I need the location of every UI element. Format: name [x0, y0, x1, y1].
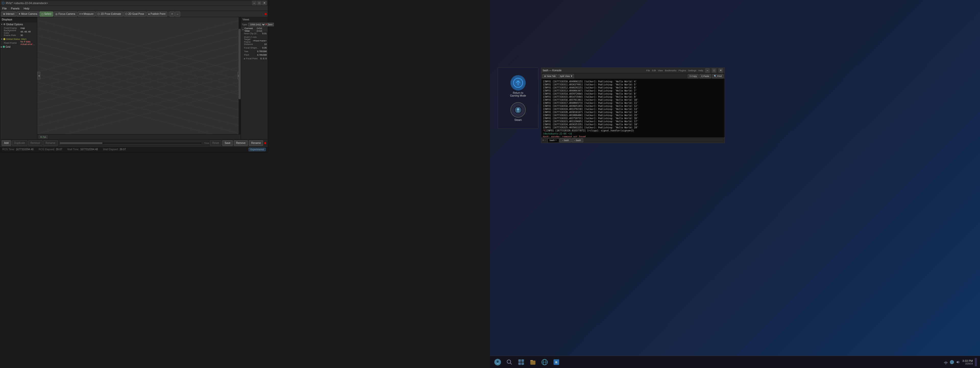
duplicate-button[interactable]: Duplicate	[12, 140, 27, 146]
terminal-close[interactable]: ✕	[718, 68, 723, 73]
term-line-4: [INFO] [1677318313.404006397] [talker]: …	[543, 89, 723, 92]
term-line-8: [INFO] [1677318317.404006573] [talker]: …	[543, 101, 723, 104]
views-close-btn[interactable]: ✕	[265, 23, 267, 26]
return-to-gaming-item[interactable]: Return toGaming Mode	[510, 75, 526, 97]
views-type-select[interactable]: Orbit (rviz)	[248, 23, 266, 26]
remove-button[interactable]: Remove	[28, 140, 42, 146]
viewport-canvas[interactable]: ◀ ▶	[37, 17, 241, 134]
viewport-area[interactable]: ◀ ▶ 31 fps	[37, 17, 241, 139]
taskbar-steam-icon[interactable]	[492, 357, 503, 368]
tab-close-1[interactable]: ✕	[555, 139, 557, 141]
pose-estimate-button[interactable]: ⬡ 2D Pose Estimate	[96, 11, 123, 17]
ros-elapsed-value: 39.07	[56, 148, 62, 151]
remove-display-button[interactable]: –	[175, 11, 180, 17]
split-view-button[interactable]: Split View ▼	[558, 74, 574, 78]
taskbar-time-display: 3:33 PM 2/25/23	[963, 359, 973, 365]
terminal-menu-edit[interactable]: Edit	[652, 69, 656, 72]
menu-file[interactable]: File	[0, 6, 9, 11]
views-current-header[interactable]: ▼ Current View Orbit (rviz)	[241, 27, 268, 32]
tab-bash-2-label: – bash	[562, 139, 569, 142]
terminal-menu-view[interactable]: View	[658, 69, 663, 72]
measure-button[interactable]: ⟷ Measure	[78, 11, 95, 17]
taskbar-files-icon[interactable]	[527, 357, 538, 368]
term-line-11: [INFO] [1677318320.403818167] [talker]: …	[543, 110, 723, 114]
term-line-15: [INFO] [1677318324.403635335] [talker]: …	[543, 123, 723, 126]
target-frame-prop: Target Frame <Fixed Frame>	[241, 39, 268, 42]
minimize-button[interactable]: –	[252, 1, 256, 5]
viewport-scrollbar[interactable]	[239, 17, 241, 134]
terminal-menu-bookmarks[interactable]: Bookmarks	[665, 69, 676, 72]
toolbar-separator	[168, 12, 169, 16]
terminal-menu-settings[interactable]: Settings	[688, 69, 697, 72]
views-header: Views	[241, 17, 268, 22]
taskbar-time: 3:33 PM	[963, 359, 973, 362]
tab-bash-1[interactable]: bash ✕	[547, 138, 559, 142]
terminal-minimize[interactable]: –	[705, 68, 710, 73]
terminal-content[interactable]: [INFO] [1677318310.404008115] [talker]: …	[541, 79, 724, 137]
term-line-12: [INFO] [1677318321.403088480] [talker]: …	[543, 114, 723, 117]
grid-label: Grid	[6, 45, 11, 48]
menu-help[interactable]: Help	[21, 6, 32, 11]
remove2-button[interactable]: Remove	[234, 140, 248, 146]
terminal-menu-help[interactable]: Help	[698, 69, 703, 72]
steam-item[interactable]: Steam	[511, 102, 526, 122]
displays-panel: Displays ▼ ⚙ Global Options Fixed Frame …	[0, 17, 37, 139]
maximize-button[interactable]: □	[257, 1, 262, 5]
add-button[interactable]: Add	[2, 140, 11, 146]
wall-time-item: Wall Time: 1677310394.48	[67, 148, 98, 151]
ros-elapsed-label: ROS Elapsed:	[38, 148, 55, 151]
terminal-menu-plugins[interactable]: Plugins	[678, 69, 686, 72]
tab-bash-3[interactable]: – bash	[572, 138, 583, 142]
select-button[interactable]: ◻ Select	[40, 11, 53, 17]
ros-time-value: 1677310394.48	[16, 148, 34, 151]
taskbar-rviz-icon[interactable]: R	[551, 357, 562, 368]
near-clip-prop: Near Clip Di... 0.01	[241, 32, 268, 35]
move-camera-button[interactable]: ✦ Move Camera	[17, 11, 39, 17]
interact-button[interactable]: ⊕ ⊕ Interact Interact	[1, 11, 16, 17]
rename-button[interactable]: Rename	[43, 140, 58, 146]
window-title: RViz* <ubuntu-22-04.steamdeck>	[6, 2, 48, 5]
svg-rect-31	[522, 362, 524, 365]
publish-point-button[interactable]: ● Publish Point	[146, 11, 167, 17]
desktop-area: Return toGaming Mode Steam bash — Konsol…	[490, 0, 980, 356]
tab-bash-2[interactable]: – bash	[560, 138, 571, 142]
svg-point-23	[517, 108, 519, 110]
views-zero-button[interactable]: Zero	[266, 23, 274, 26]
frame-rate-value: 30	[21, 34, 23, 37]
return-gaming-icon	[511, 75, 526, 90]
system-tray	[943, 360, 960, 365]
taskbar-widgets-icon[interactable]	[515, 357, 527, 368]
left-handle[interactable]: ◀	[37, 72, 40, 80]
taskbar-browser-icon[interactable]	[539, 357, 550, 368]
frame-rate-row: Frame Rate 30	[0, 34, 37, 37]
close-button[interactable]: ✕	[262, 1, 267, 5]
global-status-bullet	[3, 38, 5, 40]
grid-bullet	[3, 46, 5, 48]
find-button[interactable]: 🔍 Find	[712, 74, 724, 78]
timeline-slider[interactable]	[60, 142, 202, 144]
terminal-menu-file[interactable]: File	[646, 69, 650, 72]
terminal-maximize[interactable]: □	[712, 68, 716, 73]
taskbar-search-icon[interactable]	[504, 357, 515, 368]
new-tab-icon: ⊕	[544, 75, 546, 77]
main-area: Displays ▼ ⚙ Global Options Fixed Frame …	[0, 17, 268, 139]
copy-button[interactable]: ⎘ Copy	[688, 74, 699, 78]
grid-item[interactable]: ▶ Grid	[0, 45, 37, 49]
global-options-icon: ⚙	[3, 23, 5, 26]
paste-button[interactable]: ⎗ Paste	[700, 74, 711, 78]
rename2-button[interactable]: Rename	[249, 140, 263, 146]
save-button[interactable]: Save	[222, 140, 233, 146]
scrollbar-thumb[interactable]	[239, 29, 241, 99]
global-options-item[interactable]: ▼ ⚙ Global Options	[0, 22, 37, 26]
notification-panel-button[interactable]	[975, 358, 977, 366]
goal-pose-button[interactable]: ⬡ 2D Goal Pose	[124, 11, 146, 17]
wall-time-label: Wall Time:	[67, 148, 79, 151]
add-display-button[interactable]: +	[169, 11, 175, 17]
reset-button[interactable]: Reset	[210, 140, 221, 146]
focus-camera-button[interactable]: ◎ Focus Camera	[54, 11, 77, 17]
new-tab-button[interactable]: ⊕ New Tab	[542, 74, 557, 78]
global-options-arrow: ▼	[1, 23, 3, 26]
menu-panels[interactable]: Panels	[9, 6, 22, 11]
goal-pose-icon: ⬡	[125, 13, 127, 15]
terminal-header: bash — Konsole File Edit View Bookmarks …	[541, 68, 724, 74]
